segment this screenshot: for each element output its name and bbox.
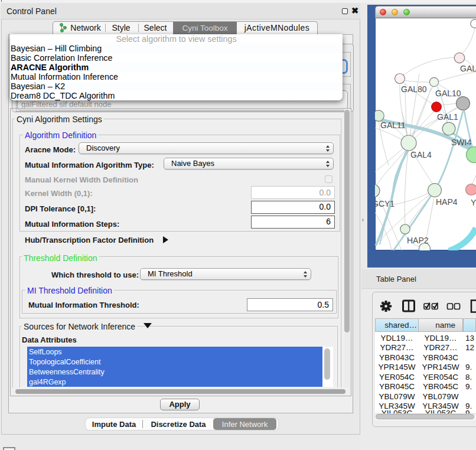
svg-text:GAL: GAL xyxy=(460,64,476,73)
svg-text:HAP4: HAP4 xyxy=(436,197,458,207)
svg-text:GCY1: GCY1 xyxy=(375,199,395,208)
svg-text:GAL1: GAL1 xyxy=(437,112,458,122)
svg-text:Y: Y xyxy=(471,198,476,207)
svg-text:HAP2: HAP2 xyxy=(407,236,429,245)
svg-text:GAL10: GAL10 xyxy=(435,89,461,98)
svg-text:GAL4: GAL4 xyxy=(410,150,432,159)
svg-text:SWI4: SWI4 xyxy=(451,138,471,147)
svg-text:GAL11: GAL11 xyxy=(380,120,406,130)
svg-text:GAL80: GAL80 xyxy=(401,84,427,94)
